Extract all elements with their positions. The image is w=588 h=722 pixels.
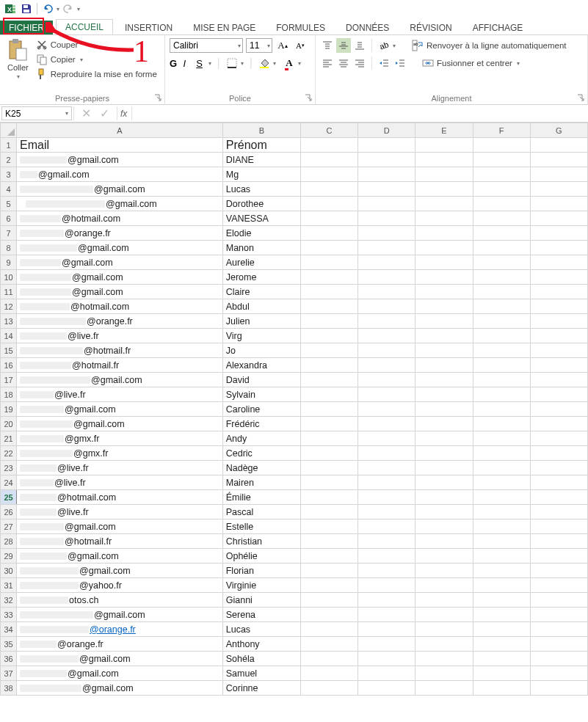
cell[interactable]: [415, 534, 473, 549]
cell[interactable]: [301, 549, 358, 564]
font-name-selector[interactable]: Calibri▾: [170, 38, 243, 53]
row-header[interactable]: 28: [1, 534, 17, 549]
cell[interactable]: [415, 431, 473, 446]
cut-button[interactable]: Couper: [35, 38, 159, 51]
cell[interactable]: [358, 329, 415, 343]
cell[interactable]: [358, 461, 415, 475]
cell[interactable]: [358, 226, 415, 241]
cell[interactable]: [358, 534, 415, 549]
cell-prenom[interactable]: Sylvain: [222, 387, 300, 402]
cell[interactable]: [415, 608, 473, 622]
row-header[interactable]: 16: [1, 358, 17, 373]
cell-email[interactable]: @hotmail.fr: [17, 343, 223, 358]
cell[interactable]: [301, 564, 358, 578]
cell[interactable]: [473, 475, 530, 490]
col-header-d[interactable]: D: [358, 123, 415, 138]
cell-email[interactable]: @gmail.com: [17, 270, 223, 285]
cell[interactable]: [415, 241, 473, 255]
cell-prenom[interactable]: Andy: [222, 431, 300, 446]
tab-view[interactable]: AFFICHAGE: [464, 21, 532, 34]
fill-color-button[interactable]: [257, 56, 272, 70]
increase-indent-button[interactable]: [393, 56, 407, 70]
cell[interactable]: [358, 505, 415, 519]
cell[interactable]: [301, 519, 358, 534]
cell-prenom[interactable]: Sohéla: [222, 652, 300, 666]
cell[interactable]: [358, 358, 415, 373]
cell[interactable]: [301, 343, 358, 358]
col-header-g[interactable]: G: [530, 123, 587, 138]
cell[interactable]: [530, 475, 587, 490]
cell[interactable]: [358, 446, 415, 461]
cell-email[interactable]: @gmx.fr: [17, 431, 223, 446]
cell-prenom[interactable]: Lucas: [222, 622, 300, 637]
cell[interactable]: [530, 197, 587, 211]
cell[interactable]: [358, 593, 415, 608]
cell-prenom[interactable]: Aurelie: [222, 255, 300, 270]
cell[interactable]: [415, 475, 473, 490]
cell[interactable]: [473, 226, 530, 241]
cell[interactable]: [301, 138, 358, 153]
cell[interactable]: [301, 285, 358, 299]
cell[interactable]: [301, 387, 358, 402]
cell-email[interactable]: @gmail.com: [17, 182, 223, 197]
cell[interactable]: [358, 255, 415, 270]
cell-email[interactable]: @live.fr: [17, 387, 223, 402]
cell[interactable]: [358, 182, 415, 197]
cell[interactable]: [415, 622, 473, 637]
cell-prenom[interactable]: Ophélie: [222, 549, 300, 564]
cell-email[interactable]: @orange.fr: [17, 622, 223, 637]
cell[interactable]: [473, 329, 530, 343]
cell[interactable]: [473, 138, 530, 153]
cell-email[interactable]: @gmail.com: [17, 153, 223, 167]
cell[interactable]: [473, 153, 530, 167]
orientation-button[interactable]: ab: [377, 38, 391, 53]
bold-button[interactable]: G: [170, 56, 177, 70]
cell[interactable]: [530, 270, 587, 285]
decrease-font-button[interactable]: A▾: [293, 38, 308, 53]
cell[interactable]: [530, 329, 587, 343]
cell[interactable]: [415, 417, 473, 431]
cell[interactable]: [358, 622, 415, 637]
cell[interactable]: [415, 182, 473, 197]
cell[interactable]: [301, 299, 358, 314]
cell[interactable]: [301, 461, 358, 475]
cell[interactable]: [415, 402, 473, 417]
cell[interactable]: [530, 593, 587, 608]
cell[interactable]: [415, 211, 473, 226]
row-header[interactable]: 1: [1, 138, 17, 153]
cell[interactable]: [473, 505, 530, 519]
cell[interactable]: [530, 373, 587, 387]
row-header[interactable]: 5: [1, 197, 17, 211]
row-header[interactable]: 20: [1, 417, 17, 431]
cell[interactable]: [530, 637, 587, 652]
cell[interactable]: [473, 387, 530, 402]
cell-prenom[interactable]: Nadège: [222, 461, 300, 475]
cell-prenom[interactable]: Jo: [222, 343, 300, 358]
cell[interactable]: [415, 285, 473, 299]
cell-prenom[interactable]: Florian: [222, 564, 300, 578]
cell[interactable]: [358, 564, 415, 578]
row-header[interactable]: 3: [1, 167, 17, 182]
cell[interactable]: [530, 666, 587, 681]
row-header[interactable]: 33: [1, 608, 17, 622]
worksheet-grid[interactable]: A B C D E F G 1 Email Prénom 2@gmail.com…: [0, 123, 588, 696]
cell[interactable]: [530, 241, 587, 255]
row-header[interactable]: 12: [1, 299, 17, 314]
select-all-corner[interactable]: [1, 123, 17, 138]
row-header[interactable]: 29: [1, 549, 17, 564]
row-header[interactable]: 19: [1, 402, 17, 417]
cell-prenom[interactable]: Anthony: [222, 637, 300, 652]
cell[interactable]: [473, 622, 530, 637]
cell-email[interactable]: @live.fr: [17, 329, 223, 343]
cell[interactable]: [415, 652, 473, 666]
cell[interactable]: [530, 681, 587, 696]
cell[interactable]: [301, 270, 358, 285]
cell[interactable]: [530, 314, 587, 329]
cell-prenom[interactable]: Frédéric: [222, 417, 300, 431]
cell-prenom[interactable]: Virginie: [222, 578, 300, 593]
font-size-selector[interactable]: 11▾: [246, 38, 272, 53]
cell-prenom[interactable]: Mg: [222, 167, 300, 182]
cell[interactable]: [530, 226, 587, 241]
italic-button[interactable]: I: [181, 56, 187, 70]
cell[interactable]: [358, 490, 415, 505]
